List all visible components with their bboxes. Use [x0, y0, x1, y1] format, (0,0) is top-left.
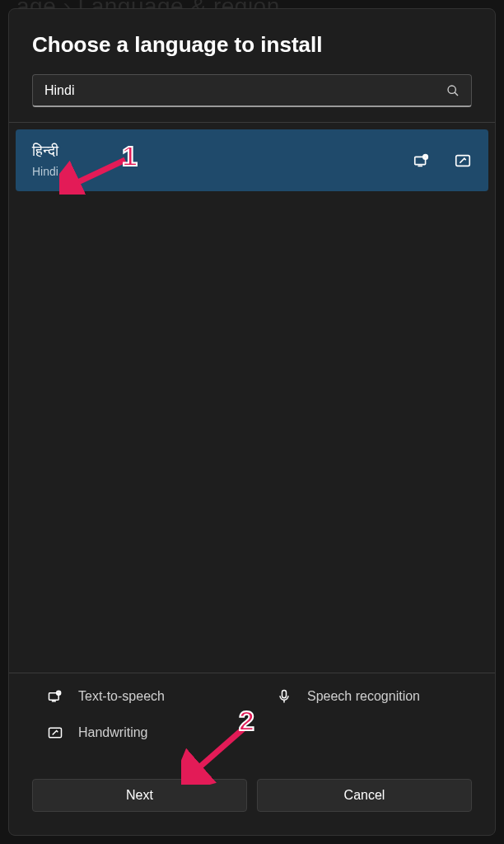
handwriting-icon	[47, 724, 63, 741]
svg-line-13	[69, 160, 125, 186]
svg-line-1	[455, 92, 458, 96]
legend-sr-label: Speech recognition	[307, 689, 420, 704]
annotation-number-1: 1	[122, 140, 138, 172]
legend-tts: Text-to-speech	[47, 688, 243, 705]
annotation-number-2: 2	[239, 705, 254, 737]
search-input[interactable]	[44, 83, 446, 98]
handwriting-icon	[454, 152, 472, 170]
search-icon	[446, 84, 460, 97]
svg-point-0	[448, 86, 455, 93]
footer: Next Cancel	[9, 779, 495, 835]
legend-tts-label: Text-to-speech	[78, 689, 165, 704]
language-list: हिन्दी Hindi	[9, 123, 495, 673]
svg-point-8	[57, 691, 61, 695]
language-native-name: हिन्दी	[32, 143, 58, 160]
svg-line-15	[193, 727, 245, 773]
microphone-icon	[276, 688, 292, 705]
dialog-title: Choose a language to install	[9, 9, 495, 74]
text-to-speech-icon	[413, 152, 431, 170]
cancel-button[interactable]: Cancel	[257, 779, 472, 812]
search-field[interactable]	[32, 74, 472, 107]
language-english-name: Hindi	[32, 165, 58, 178]
legend-hw-label: Handwriting	[78, 725, 147, 740]
svg-rect-9	[282, 691, 287, 698]
legend-sr: Speech recognition	[276, 688, 472, 705]
text-to-speech-icon	[47, 688, 63, 705]
